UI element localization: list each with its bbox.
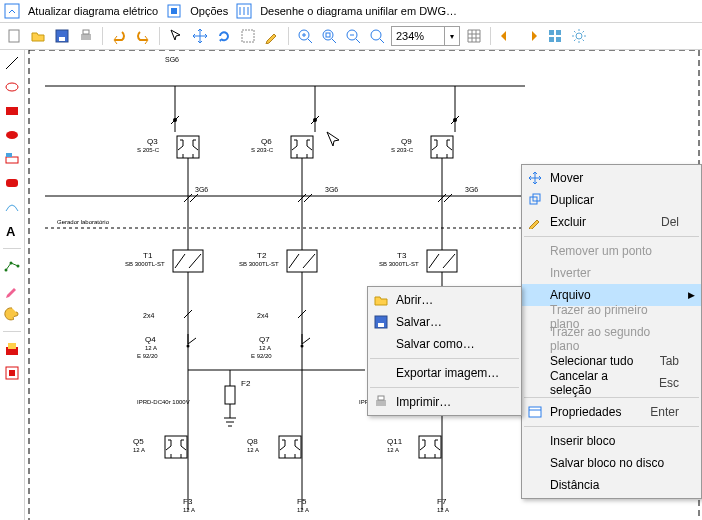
- grid-icon[interactable]: [464, 26, 484, 46]
- rotate-icon[interactable]: [214, 26, 234, 46]
- ctx-save-block[interactable]: Salvar bloco no disco: [522, 452, 701, 474]
- sub-print[interactable]: Imprimir…: [368, 391, 521, 413]
- shortcut: Enter: [636, 405, 679, 419]
- menu-separator: [524, 236, 699, 237]
- ctx-move[interactable]: Mover: [522, 167, 701, 189]
- zoom-reset-icon[interactable]: [367, 26, 387, 46]
- save-icon[interactable]: [52, 26, 72, 46]
- zoom-input[interactable]: [392, 30, 444, 42]
- ctx-cancel-selection[interactable]: Cancelar a seleção Esc: [522, 372, 701, 394]
- svg-rect-103: [376, 400, 386, 406]
- ellipse-tool-icon[interactable]: [3, 78, 21, 96]
- sub-save[interactable]: Salvar…: [368, 311, 521, 333]
- redo-icon[interactable]: [133, 26, 153, 46]
- svg-rect-24: [6, 157, 18, 163]
- svg-rect-79: [225, 386, 235, 404]
- fill-ellipse-tool-icon[interactable]: [3, 126, 21, 144]
- context-submenu-file: Abrir… Salvar… Salvar como… Exportar ima…: [367, 286, 522, 416]
- highlight-right-icon[interactable]: [521, 26, 541, 46]
- folder-open-icon[interactable]: [28, 26, 48, 46]
- menu-draw-dwg[interactable]: Desenhe o diagrama unifilar em DWG…: [254, 5, 463, 17]
- ctx-properties[interactable]: Propriedades Enter: [522, 401, 701, 423]
- block-tool-icon[interactable]: [3, 364, 21, 382]
- brush-tool-icon[interactable]: [3, 281, 21, 299]
- toolbar-separator: [490, 27, 491, 45]
- dwg-icon: [236, 3, 252, 19]
- svg-text:Q6: Q6: [261, 137, 272, 146]
- new-icon[interactable]: [4, 26, 24, 46]
- sub-export-image[interactable]: Exportar imagem…: [368, 362, 521, 384]
- svg-text:T3: T3: [397, 251, 407, 260]
- properties-icon: [526, 403, 544, 421]
- ctx-label: Mover: [550, 171, 583, 185]
- zoom-out-icon[interactable]: [343, 26, 363, 46]
- options-icon: [166, 3, 182, 19]
- edit-node-tool-icon[interactable]: [3, 257, 21, 275]
- gear-icon[interactable]: [569, 26, 589, 46]
- toolbar-separator: [102, 27, 103, 45]
- svg-point-29: [10, 262, 13, 265]
- svg-rect-18: [556, 37, 561, 42]
- sub-save-as[interactable]: Salvar como…: [368, 333, 521, 355]
- zoom-in-icon[interactable]: [295, 26, 315, 46]
- svg-text:Q11: Q11: [387, 437, 403, 446]
- zoom-combo[interactable]: ▾: [391, 26, 460, 46]
- svg-text:T1: T1: [143, 251, 153, 260]
- rounded-rect-tool-icon[interactable]: [3, 174, 21, 192]
- svg-point-19: [576, 33, 582, 39]
- move-icon[interactable]: [190, 26, 210, 46]
- ctx-label: Salvar bloco no disco: [550, 456, 664, 470]
- cursor-icon[interactable]: [166, 26, 186, 46]
- sidebar-separator: [3, 331, 21, 332]
- rect-tool-icon[interactable]: [3, 102, 21, 120]
- save-icon: [372, 313, 390, 331]
- svg-text:F7: F7: [437, 497, 447, 506]
- highlight-left-icon[interactable]: [497, 26, 517, 46]
- svg-text:S 203-C: S 203-C: [391, 147, 414, 153]
- pencil-icon[interactable]: [262, 26, 282, 46]
- chevron-right-icon: ▶: [688, 290, 695, 300]
- svg-text:12 A: 12 A: [387, 447, 399, 453]
- ctx-duplicate[interactable]: Duplicar: [522, 189, 701, 211]
- layer-tool-icon[interactable]: [3, 340, 21, 358]
- svg-text:12 A: 12 A: [259, 345, 271, 351]
- svg-point-14: [371, 30, 381, 40]
- svg-text:3G6: 3G6: [465, 186, 478, 193]
- menu-options[interactable]: Opções: [184, 5, 234, 17]
- ctx-delete[interactable]: Excluir Del: [522, 211, 701, 233]
- ctx-label: Trazer ao segundo plano: [550, 325, 679, 353]
- undo-icon[interactable]: [109, 26, 129, 46]
- menu-update[interactable]: Atualizar diagrama elétrico: [22, 5, 164, 17]
- menu-separator: [524, 426, 699, 427]
- component-lib-icon[interactable]: [545, 26, 565, 46]
- svg-rect-4: [9, 30, 19, 42]
- zoom-fit-icon[interactable]: [319, 26, 339, 46]
- svg-point-23: [6, 131, 18, 139]
- line-tool-icon[interactable]: [3, 54, 21, 72]
- ctx-label: Salvar como…: [396, 337, 475, 351]
- svg-text:E 92/20: E 92/20: [137, 353, 158, 359]
- svg-rect-2: [171, 8, 177, 14]
- menu-separator: [524, 397, 699, 398]
- svg-line-20: [6, 57, 18, 69]
- palette-tool-icon[interactable]: [3, 305, 21, 323]
- print-icon[interactable]: [76, 26, 96, 46]
- ctx-label: Duplicar: [550, 193, 594, 207]
- svg-text:3G6: 3G6: [195, 186, 208, 193]
- ctx-label: Selecionar tudo: [550, 354, 633, 368]
- text-tool-icon[interactable]: A: [3, 222, 21, 240]
- sub-open[interactable]: Abrir…: [368, 289, 521, 311]
- ctx-insert-block[interactable]: Inserir bloco: [522, 430, 701, 452]
- svg-text:12 A: 12 A: [145, 345, 157, 351]
- svg-rect-25: [6, 153, 12, 157]
- polygon-tool-icon[interactable]: [3, 150, 21, 168]
- arc-tool-icon[interactable]: [3, 198, 21, 216]
- shortcut: Del: [647, 215, 679, 229]
- ctx-distance[interactable]: Distância: [522, 474, 701, 496]
- svg-rect-6: [59, 37, 65, 41]
- svg-text:E 92/20: E 92/20: [251, 353, 272, 359]
- diagram-canvas[interactable]: SG6 Q3S 205-C Q6S 203-C Q9S 203-C 3G63G6…: [25, 50, 702, 520]
- chevron-down-icon[interactable]: ▾: [444, 27, 459, 45]
- svg-text:T2: T2: [257, 251, 267, 260]
- selection-box-icon[interactable]: [238, 26, 258, 46]
